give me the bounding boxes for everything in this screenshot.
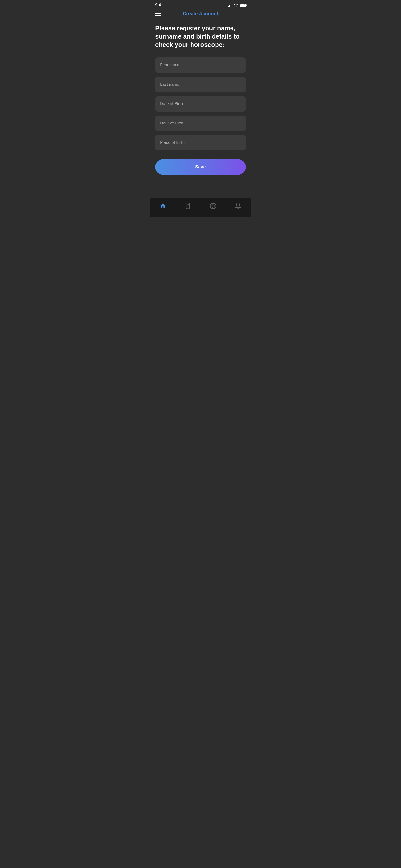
first-name-input[interactable] [155,57,246,73]
subtitle-text: Please register your name, surname and b… [155,24,246,49]
wifi-icon [234,3,238,7]
hour-of-birth-group [155,116,246,131]
date-of-birth-input[interactable] [155,96,246,112]
globe-icon [210,203,216,209]
battery-icon [240,4,246,7]
menu-button[interactable] [155,11,161,16]
save-button[interactable]: Save [155,159,246,175]
nav-item-shop[interactable] [180,202,196,210]
last-name-group [155,77,246,92]
status-bar: 9:41 [150,0,251,9]
last-name-input[interactable] [155,77,246,92]
nav-item-globe[interactable] [205,202,221,210]
main-content: Please register your name, surname and b… [150,20,251,197]
first-name-group [155,57,246,73]
signal-icon [228,3,233,7]
place-of-birth-input[interactable] [155,135,246,150]
date-of-birth-group [155,96,246,112]
nav-item-home[interactable] [155,202,171,210]
shop-icon [185,203,191,209]
bell-icon [235,203,241,209]
home-icon [160,203,166,209]
hour-of-birth-input[interactable] [155,116,246,131]
page-title: Create Account [183,11,218,17]
nav-item-notifications[interactable] [230,202,246,210]
header: Create Account [150,9,251,20]
status-icons [228,3,246,7]
bottom-nav [150,197,251,217]
status-time: 9:41 [155,3,163,7]
svg-rect-0 [186,203,190,209]
place-of-birth-group [155,135,246,150]
